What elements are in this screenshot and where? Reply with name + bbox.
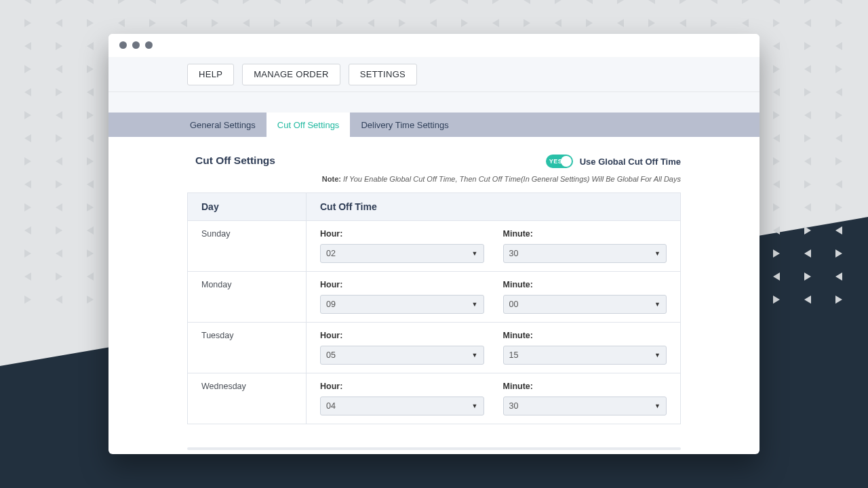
- hour-select[interactable]: 02▼: [320, 244, 484, 263]
- minute-select[interactable]: 30▼: [503, 396, 667, 415]
- hour-label: Hour:: [320, 229, 484, 239]
- tab-delivery-time-settings[interactable]: Delivery Time Settings: [350, 113, 459, 137]
- select-value: 30: [509, 249, 519, 258]
- select-value: 00: [509, 300, 519, 309]
- note-text: If You Enable Global Cut Off Time, Then …: [343, 175, 681, 183]
- toggle-knob-icon: [561, 156, 572, 167]
- select-value: 09: [326, 300, 336, 309]
- minute-select[interactable]: 00▼: [503, 295, 667, 314]
- window-dot-icon: [145, 41, 153, 49]
- chevron-down-icon: ▼: [654, 403, 660, 409]
- bottom-divider: [187, 447, 681, 450]
- app-window: HELP MANAGE ORDER SETTINGS General Setti…: [108, 34, 760, 454]
- hour-select[interactable]: 09▼: [320, 295, 484, 314]
- day-cell: Monday: [188, 272, 307, 323]
- page-title: Cut Off Settings: [195, 155, 275, 167]
- chevron-down-icon: ▼: [472, 352, 478, 359]
- select-value: 15: [509, 350, 519, 360]
- col-time-header: Cut Off Time: [307, 193, 681, 221]
- use-global-cutoff-toggle[interactable]: YES: [546, 155, 573, 168]
- hour-label: Hour:: [320, 280, 484, 289]
- day-cell: Tuesday: [188, 323, 307, 373]
- table-row: MondayHour:09▼Minute:00▼: [188, 272, 681, 323]
- col-day-header: Day: [188, 193, 307, 221]
- minute-label: Minute:: [503, 331, 667, 340]
- note-prefix: Note:: [322, 175, 341, 183]
- chevron-down-icon: ▼: [654, 352, 660, 359]
- global-cutoff-note: Note: If You Enable Global Cut Off Time,…: [187, 175, 681, 183]
- manage-order-button[interactable]: MANAGE ORDER: [242, 64, 340, 85]
- day-cell: Sunday: [188, 221, 307, 272]
- table-row: TuesdayHour:05▼Minute:15▼: [188, 323, 681, 373]
- tab-cut-off-settings[interactable]: Cut Off Settings: [267, 113, 351, 137]
- hour-label: Hour:: [320, 382, 484, 391]
- cutoff-table: Day Cut Off Time SundayHour:02▼Minute:30…: [187, 192, 681, 424]
- minute-select[interactable]: 30▼: [503, 244, 667, 263]
- table-row: WednesdayHour:04▼Minute:30▼: [188, 373, 681, 424]
- select-value: 04: [326, 401, 336, 411]
- chevron-down-icon: ▼: [472, 403, 478, 409]
- minute-label: Minute:: [503, 280, 667, 289]
- tab-general-settings[interactable]: General Settings: [179, 113, 267, 137]
- hour-select[interactable]: 04▼: [320, 396, 484, 415]
- settings-tabbar: General Settings Cut Off Settings Delive…: [108, 113, 760, 137]
- main-toolbar: HELP MANAGE ORDER SETTINGS: [108, 57, 760, 92]
- select-value: 05: [326, 350, 336, 360]
- minute-label: Minute:: [503, 229, 667, 239]
- time-cell: Hour:02▼Minute:30▼: [307, 221, 681, 272]
- minute-select[interactable]: 15▼: [503, 346, 667, 365]
- hour-select[interactable]: 05▼: [320, 346, 484, 365]
- window-titlebar: [108, 34, 760, 57]
- chevron-down-icon: ▼: [472, 301, 478, 308]
- select-value: 02: [326, 249, 336, 258]
- chevron-down-icon: ▼: [654, 250, 660, 257]
- toggle-label: Use Global Cut Off Time: [580, 157, 681, 167]
- time-cell: Hour:04▼Minute:30▼: [307, 373, 681, 424]
- select-value: 30: [509, 401, 519, 411]
- chevron-down-icon: ▼: [654, 301, 660, 308]
- window-dot-icon: [119, 41, 127, 49]
- day-cell: Wednesday: [188, 373, 307, 424]
- help-button[interactable]: HELP: [187, 64, 234, 85]
- time-cell: Hour:05▼Minute:15▼: [307, 323, 681, 373]
- hour-label: Hour:: [320, 331, 484, 340]
- table-row: SundayHour:02▼Minute:30▼: [188, 221, 681, 272]
- time-cell: Hour:09▼Minute:00▼: [307, 272, 681, 323]
- settings-button[interactable]: SETTINGS: [349, 64, 417, 85]
- window-dot-icon: [132, 41, 140, 49]
- toolbar-spacer: [108, 92, 760, 113]
- chevron-down-icon: ▼: [472, 250, 478, 257]
- minute-label: Minute:: [503, 382, 667, 391]
- content-area: Cut Off Settings YES Use Global Cut Off …: [108, 137, 760, 454]
